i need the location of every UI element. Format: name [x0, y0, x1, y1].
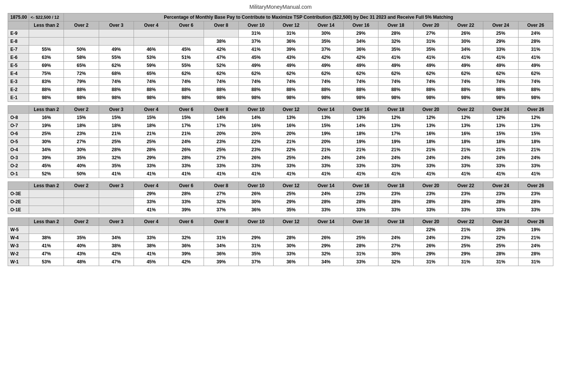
data-cell: 98%: [64, 94, 99, 102]
data-cell: 62%: [169, 70, 204, 78]
data-cell: 74%: [134, 78, 168, 86]
data-cell: 45%: [29, 162, 64, 170]
data-cell: 21%: [413, 146, 448, 154]
data-cell: 33%: [378, 162, 413, 170]
data-cell: 37%: [238, 258, 273, 266]
data-cell: 33%: [238, 162, 273, 170]
data-cell: [99, 190, 134, 198]
data-cell: 24%: [518, 29, 553, 38]
rank-cell: O-1E: [8, 206, 29, 214]
data-cell: 68%: [99, 70, 134, 78]
data-cell: 17%: [378, 130, 413, 138]
data-cell: 41%: [378, 170, 413, 178]
data-cell: 58%: [64, 54, 99, 62]
rank-cell: O-1: [8, 170, 29, 178]
rank-cell: O-5: [8, 138, 29, 146]
data-cell: 35%: [99, 162, 134, 170]
data-cell: [64, 38, 99, 46]
data-cell: 29%: [134, 154, 168, 162]
spacer-2: [8, 178, 553, 182]
data-cell: 62%: [483, 70, 518, 78]
data-cell: 42%: [343, 54, 378, 62]
data-cell: 33%: [343, 162, 378, 170]
table-row: O-434%30%28%28%26%25%23%22%21%21%21%21%2…: [8, 146, 553, 154]
data-cell: 49%: [343, 62, 378, 70]
rank-cell: O-6: [8, 130, 29, 138]
data-cell: 37%: [308, 46, 343, 54]
data-cell: 49%: [378, 62, 413, 70]
data-cell: 43%: [64, 250, 99, 258]
data-cell: [169, 226, 204, 234]
col-header-o14: Over 14: [308, 21, 343, 29]
data-cell: 24%: [448, 154, 483, 162]
data-cell: 41%: [274, 170, 308, 178]
data-cell: 47%: [204, 54, 238, 62]
data-cell: 38%: [134, 242, 168, 250]
rank-cell: O-2E: [8, 198, 29, 206]
data-cell: 26%: [238, 190, 273, 198]
data-cell: 98%: [448, 94, 483, 102]
data-cell: [378, 226, 413, 234]
data-cell: 34%: [343, 38, 378, 46]
data-cell: 98%: [343, 94, 378, 102]
data-cell: 20%: [483, 226, 518, 234]
data-cell: 12%: [518, 114, 553, 122]
data-cell: 49%: [413, 62, 448, 70]
table-row: O-152%50%41%41%41%41%41%41%41%41%41%41%4…: [8, 170, 553, 178]
data-cell: 33%: [343, 258, 378, 266]
data-cell: 62%: [99, 62, 134, 70]
data-cell: 34%: [308, 258, 343, 266]
data-cell: 21%: [274, 138, 308, 146]
data-cell: 25%: [343, 234, 378, 242]
data-cell: 49%: [448, 62, 483, 70]
data-cell: 25%: [29, 130, 64, 138]
data-cell: 41%: [518, 54, 553, 62]
data-cell: 28%: [134, 146, 168, 154]
data-cell: 25%: [274, 190, 308, 198]
data-cell: 38%: [204, 38, 238, 46]
data-cell: 33%: [169, 162, 204, 170]
data-cell: 33%: [448, 206, 483, 214]
col-header-o16: Over 16: [343, 21, 378, 29]
data-cell: 20%: [274, 130, 308, 138]
data-cell: 29%: [274, 198, 308, 206]
data-cell: 30%: [448, 38, 483, 46]
data-cell: 24%: [518, 154, 553, 162]
data-cell: 36%: [238, 206, 273, 214]
rank-cell: W-4: [8, 234, 29, 242]
data-cell: 41%: [413, 54, 448, 62]
data-cell: 13%: [343, 114, 378, 122]
data-cell: 17%: [169, 122, 204, 130]
data-cell: 31%: [518, 46, 553, 54]
col-header-o8: Over 8: [204, 21, 238, 29]
data-cell: 88%: [378, 86, 413, 94]
data-cell: 59%: [134, 62, 168, 70]
rank-cell: E-5: [8, 62, 29, 70]
data-cell: 13%: [378, 122, 413, 130]
data-cell: 74%: [308, 78, 343, 86]
data-cell: 28%: [274, 234, 308, 242]
data-cell: 30%: [29, 138, 64, 146]
data-cell: 33%: [518, 162, 553, 170]
data-cell: 74%: [238, 78, 273, 86]
data-cell: [169, 29, 204, 38]
data-cell: 22%: [238, 138, 273, 146]
col-header-o12: Over 12: [274, 21, 308, 29]
data-cell: 41%: [134, 250, 168, 258]
table-row: W-341%40%38%38%36%34%31%30%29%28%27%26%2…: [8, 242, 553, 250]
data-cell: 24%: [308, 190, 343, 198]
rank-cell: O-2: [8, 162, 29, 170]
table-row: O-530%27%25%25%24%23%22%21%20%19%19%18%1…: [8, 138, 553, 146]
data-cell: 63%: [29, 54, 64, 62]
data-cell: 33%: [274, 162, 308, 170]
data-cell: 29%: [483, 38, 518, 46]
data-cell: 16%: [448, 130, 483, 138]
data-cell: [169, 38, 204, 46]
data-cell: 98%: [204, 94, 238, 102]
data-cell: 14%: [238, 114, 273, 122]
data-cell: 35%: [413, 46, 448, 54]
data-cell: 33%: [483, 206, 518, 214]
top-header-row: 1875.00 <- $22,500 / 12 Percentage of Mo…: [8, 13, 553, 21]
data-cell: 43%: [274, 54, 308, 62]
officer-header-row: Less than 2 Over 2 Over 3 Over 4 Over 6 …: [8, 106, 553, 114]
